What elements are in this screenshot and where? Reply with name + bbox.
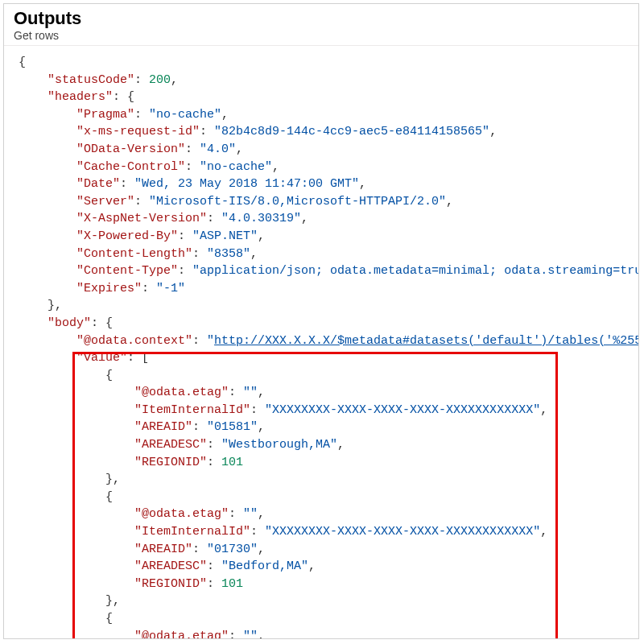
json-output: { "statusCode": 200, "headers": { "Pragm… — [4, 46, 638, 639]
json-code-block: { "statusCode": 200, "headers": { "Pragm… — [10, 54, 632, 639]
panel-subtitle: Get rows — [14, 29, 629, 42]
panel-header: Outputs Get rows — [4, 4, 638, 46]
odata-context-link[interactable]: http://XXX.X.X.X/$metadata#datasets('def… — [214, 334, 638, 348]
panel-title: Outputs — [14, 8, 629, 29]
outputs-panel: Outputs Get rows { "statusCode": 200, "h… — [3, 3, 639, 639]
